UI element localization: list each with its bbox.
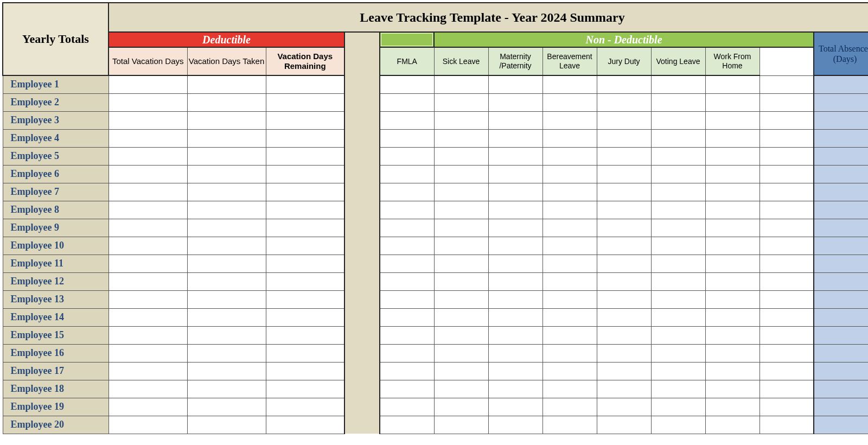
deductible-cell[interactable] <box>266 183 344 201</box>
nondeductible-cell[interactable] <box>542 201 597 219</box>
nondeductible-cell[interactable] <box>542 344 597 362</box>
nondeductible-cell[interactable] <box>380 255 434 272</box>
deductible-cell[interactable] <box>187 308 266 326</box>
deductible-cell[interactable] <box>266 344 344 362</box>
nondeductible-cell[interactable] <box>434 237 488 255</box>
nondeductible-cell[interactable] <box>597 290 651 308</box>
nondeductible-cell[interactable] <box>705 219 760 237</box>
deductible-cell[interactable] <box>187 111 266 129</box>
nondeductible-cell[interactable] <box>488 129 542 147</box>
nondeductible-cell[interactable] <box>542 219 597 237</box>
nondeductible-cell[interactable] <box>597 75 651 93</box>
nondeductible-cell[interactable] <box>542 147 597 165</box>
nondeductible-cell[interactable] <box>705 201 760 219</box>
nondeductible-cell[interactable] <box>488 416 542 434</box>
deductible-cell[interactable] <box>108 147 187 165</box>
nondeductible-cell[interactable] <box>760 93 814 111</box>
nondeductible-cell[interactable] <box>488 75 542 93</box>
nondeductible-cell[interactable] <box>597 272 651 290</box>
nondeductible-cell[interactable] <box>760 237 814 255</box>
employee-label[interactable]: Employee 20 <box>3 416 108 434</box>
deductible-cell[interactable] <box>187 255 266 272</box>
nondeductible-cell[interactable] <box>651 93 705 111</box>
nondeductible-cell[interactable] <box>380 290 434 308</box>
nondeductible-cell[interactable] <box>705 290 760 308</box>
deductible-cell[interactable] <box>108 344 187 362</box>
nondeductible-cell[interactable] <box>760 416 814 434</box>
nondeductible-cell[interactable] <box>434 326 488 344</box>
nondeductible-cell[interactable] <box>760 183 814 201</box>
nondeductible-cell[interactable] <box>380 344 434 362</box>
total-absences-cell[interactable] <box>814 362 868 380</box>
nondeductible-cell[interactable] <box>597 147 651 165</box>
nondeductible-cell[interactable] <box>705 380 760 398</box>
nondeductible-cell[interactable] <box>760 165 814 183</box>
total-absences-cell[interactable] <box>814 237 868 255</box>
nondeductible-cell[interactable] <box>380 219 434 237</box>
deductible-cell[interactable] <box>108 398 187 416</box>
nondeductible-cell[interactable] <box>705 111 760 129</box>
nondeductible-cell[interactable] <box>380 237 434 255</box>
employee-label[interactable]: Employee 10 <box>3 237 108 255</box>
nondeductible-cell[interactable] <box>760 201 814 219</box>
nondeductible-cell[interactable] <box>488 183 542 201</box>
deductible-cell[interactable] <box>108 380 187 398</box>
nondeductible-cell[interactable] <box>597 93 651 111</box>
deductible-cell[interactable] <box>108 362 187 380</box>
nondeductible-cell[interactable] <box>760 147 814 165</box>
deductible-cell[interactable] <box>187 398 266 416</box>
nondeductible-cell[interactable] <box>488 93 542 111</box>
nondeductible-cell[interactable] <box>542 362 597 380</box>
employee-label[interactable]: Employee 19 <box>3 398 108 416</box>
nondeductible-cell[interactable] <box>380 362 434 380</box>
nondeductible-cell[interactable] <box>542 165 597 183</box>
employee-label[interactable]: Employee 6 <box>3 165 108 183</box>
nondeductible-cell[interactable] <box>760 75 814 93</box>
nondeductible-cell[interactable] <box>651 398 705 416</box>
employee-label[interactable]: Employee 7 <box>3 183 108 201</box>
nondeductible-cell[interactable] <box>380 129 434 147</box>
nondeductible-cell[interactable] <box>597 398 651 416</box>
nondeductible-cell[interactable] <box>380 183 434 201</box>
deductible-cell[interactable] <box>108 290 187 308</box>
nondeductible-cell[interactable] <box>597 344 651 362</box>
total-absences-cell[interactable] <box>814 344 868 362</box>
nondeductible-cell[interactable] <box>542 75 597 93</box>
nondeductible-cell[interactable] <box>705 183 760 201</box>
deductible-cell[interactable] <box>187 416 266 434</box>
nondeductible-cell[interactable] <box>651 272 705 290</box>
nondeductible-cell[interactable] <box>542 93 597 111</box>
nondeductible-cell[interactable] <box>380 165 434 183</box>
deductible-cell[interactable] <box>187 147 266 165</box>
nondeductible-cell[interactable] <box>542 255 597 272</box>
employee-label[interactable]: Employee 14 <box>3 308 108 326</box>
nondeductible-cell[interactable] <box>380 93 434 111</box>
nondeductible-cell[interactable] <box>760 398 814 416</box>
nondeductible-cell[interactable] <box>380 147 434 165</box>
deductible-cell[interactable] <box>187 326 266 344</box>
nondeductible-cell[interactable] <box>760 326 814 344</box>
nondeductible-cell[interactable] <box>651 255 705 272</box>
nondeductible-cell[interactable] <box>705 398 760 416</box>
nondeductible-cell[interactable] <box>705 147 760 165</box>
nondeductible-cell[interactable] <box>760 129 814 147</box>
nondeductible-cell[interactable] <box>651 237 705 255</box>
nondeductible-cell[interactable] <box>597 111 651 129</box>
nondeductible-cell[interactable] <box>542 111 597 129</box>
nondeductible-cell[interactable] <box>760 290 814 308</box>
nondeductible-cell[interactable] <box>434 416 488 434</box>
deductible-cell[interactable] <box>108 416 187 434</box>
nondeductible-cell[interactable] <box>488 272 542 290</box>
nondeductible-cell[interactable] <box>434 75 488 93</box>
nondeductible-cell[interactable] <box>380 380 434 398</box>
deductible-cell[interactable] <box>187 219 266 237</box>
employee-label[interactable]: Employee 13 <box>3 290 108 308</box>
nondeductible-cell[interactable] <box>760 111 814 129</box>
deductible-cell[interactable] <box>108 183 187 201</box>
nondeductible-cell[interactable] <box>705 93 760 111</box>
nondeductible-cell[interactable] <box>380 308 434 326</box>
nondeductible-cell[interactable] <box>597 165 651 183</box>
nondeductible-cell[interactable] <box>651 344 705 362</box>
deductible-cell[interactable] <box>266 308 344 326</box>
nondeductible-cell[interactable] <box>651 308 705 326</box>
